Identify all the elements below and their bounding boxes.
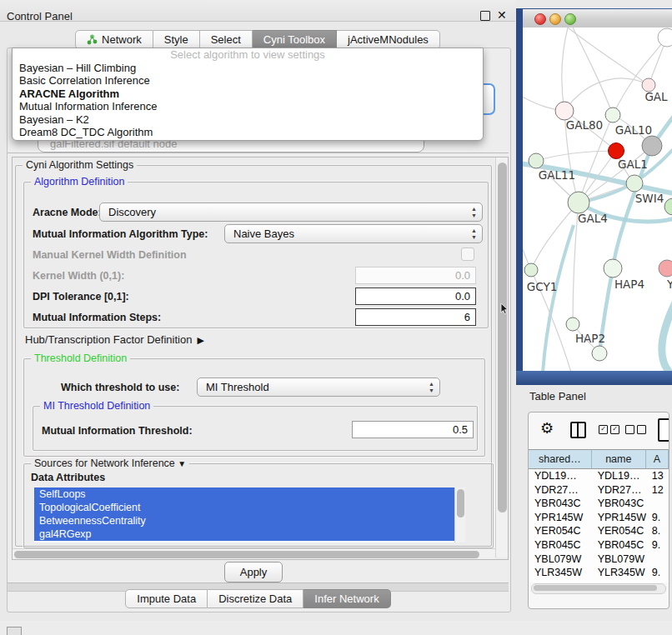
table-row[interactable]: YBR043CYBR043C xyxy=(529,497,669,511)
table-row[interactable]: YIL052CYIL052C9 xyxy=(529,580,669,582)
which-threshold-label: Which threshold to use: xyxy=(61,382,179,393)
mi-type-value: Naive Bayes xyxy=(233,228,294,240)
attribute-item[interactable]: gal4RGexp xyxy=(34,528,464,541)
checked-box-icon: ✓ xyxy=(599,425,608,434)
network-edge xyxy=(564,78,649,111)
table-cell: YDR27… xyxy=(592,483,646,498)
float-window-icon[interactable] xyxy=(480,11,490,21)
algorithm-option[interactable]: Dream8 DC_TDC Algorithm xyxy=(13,126,483,138)
table-body: YDL19…YDL19…13YDR27…YDR27…12YBR043CYBR04… xyxy=(529,469,669,582)
network-node[interactable] xyxy=(568,192,589,213)
tab-network[interactable]: Network xyxy=(75,30,153,49)
network-node-label: GAL1 xyxy=(618,158,648,171)
network-node[interactable] xyxy=(658,28,672,47)
table-row[interactable]: YPR145WYPR145W9. xyxy=(529,511,669,525)
network-node[interactable] xyxy=(592,346,607,361)
table-row[interactable]: YLR345WYLR345W9. xyxy=(529,566,669,580)
network-node[interactable] xyxy=(555,102,574,120)
table-row[interactable]: YBL079WYBL079W xyxy=(529,552,669,567)
algorithm-option[interactable]: Bayesian – Hill Climbing xyxy=(13,62,483,74)
settings-hscrollbar[interactable] xyxy=(13,548,495,559)
attributes-scrollbar-thumb[interactable] xyxy=(457,489,464,518)
tab-label: Select xyxy=(211,33,241,46)
export-table-icon[interactable] xyxy=(658,418,669,442)
which-threshold-combo[interactable]: MI Threshold ▲▼ xyxy=(197,378,440,397)
column-header[interactable]: A xyxy=(646,449,669,469)
column-header[interactable]: name xyxy=(592,449,646,469)
network-canvas[interactable]: GALGAL80GAL10GAL1GAL11SWI4GAL4GCY1HAP4YH… xyxy=(523,28,672,371)
tab-discretize-data[interactable]: Discretize Data xyxy=(208,589,303,608)
manual-kernel-checkbox[interactable] xyxy=(461,248,474,261)
network-node[interactable] xyxy=(609,143,624,159)
settings-vscrollbar[interactable] xyxy=(495,158,508,558)
network-node[interactable] xyxy=(524,263,538,277)
settings-vscrollbar-thumb[interactable] xyxy=(498,162,507,512)
apply-button[interactable]: Apply xyxy=(224,562,283,582)
expand-right-icon: ▶ xyxy=(197,335,203,346)
select-all-columns-icon[interactable]: ✓ ✓ xyxy=(599,425,619,434)
tab-style[interactable]: Style xyxy=(153,30,200,49)
threshold-definition-group: Threshold Definition Which threshold to … xyxy=(23,358,485,457)
kernel-width-field[interactable]: 0.0 xyxy=(355,267,476,284)
network-window-titlebar[interactable] xyxy=(523,9,672,28)
minimize-window-icon[interactable] xyxy=(549,13,561,25)
algorithm-option[interactable]: Mutual Information Inference xyxy=(13,100,483,112)
tab-label: jActiveMNodules xyxy=(348,33,429,46)
dpi-tolerance-field[interactable]: 0.0 xyxy=(355,288,476,305)
table-cell: 13 xyxy=(646,469,669,483)
unchecked-box-icon xyxy=(625,425,634,434)
hub-definition-toggle[interactable]: Hub/Transcription Factor Definition▶ xyxy=(25,333,204,346)
tab-jactivemnodules[interactable]: jActiveMNodules xyxy=(337,30,440,49)
algorithm-option[interactable]: Bayesian – K2 xyxy=(13,113,483,126)
network-node[interactable] xyxy=(566,318,579,331)
section-divider xyxy=(8,152,509,153)
table-cell: YBR043C xyxy=(529,497,592,511)
attribute-item[interactable]: BetweennessCentrality xyxy=(34,514,464,528)
network-node[interactable] xyxy=(605,108,620,122)
network-node[interactable] xyxy=(529,153,544,168)
network-edge xyxy=(536,151,616,161)
tab-cyni-toolbox[interactable]: Cyni Toolbox xyxy=(253,30,337,49)
network-node[interactable] xyxy=(604,259,622,278)
columns-icon[interactable] xyxy=(570,422,586,438)
mi-type-combo[interactable]: Naive Bayes ▲▼ xyxy=(224,224,483,243)
network-node[interactable] xyxy=(626,175,643,192)
sources-title: Sources for Network Inference xyxy=(34,458,175,469)
data-attributes-list: SelfLoopsTopologicalCoefficientBetweenne… xyxy=(34,488,464,542)
table-cell: 9 xyxy=(646,580,669,582)
table-hscrollbar[interactable] xyxy=(531,583,666,594)
table-cell: 12 xyxy=(646,483,669,498)
tab-impute-data[interactable]: Impute Data xyxy=(125,589,208,608)
table-hscrollbar-thumb[interactable] xyxy=(534,585,657,591)
app-root: Control Panel ✕ NetworkStyleSelectCyni T… xyxy=(0,0,672,635)
mi-threshold-field[interactable]: 0.5 xyxy=(352,421,474,438)
deselect-all-columns-icon[interactable] xyxy=(625,425,646,434)
tab-infer-network[interactable]: Infer Network xyxy=(303,589,390,608)
sources-toggle[interactable]: Sources for Network Inference ▼ xyxy=(31,458,189,469)
algorithm-option[interactable]: ARACNE Algorithm xyxy=(13,88,483,100)
aracne-mode-combo[interactable]: Discovery ▲▼ xyxy=(99,202,483,222)
table-row[interactable]: YDR27…YDR27…12 xyxy=(529,483,669,498)
close-icon[interactable]: ✕ xyxy=(497,8,507,22)
data-attributes-label: Data Attributes xyxy=(31,472,105,483)
mi-steps-field[interactable]: 6 xyxy=(355,308,476,326)
zoom-window-icon[interactable] xyxy=(564,13,576,25)
attribute-item[interactable]: TopologicalCoefficient xyxy=(34,501,464,514)
network-node[interactable] xyxy=(664,198,672,215)
aracne-mode-value: Discovery xyxy=(108,206,156,218)
table-row[interactable]: YDL19…YDL19…13 xyxy=(529,469,669,483)
close-window-icon[interactable] xyxy=(534,13,546,25)
tab-select[interactable]: Select xyxy=(200,30,253,49)
network-node[interactable] xyxy=(642,136,662,156)
network-node[interactable] xyxy=(659,260,672,277)
table-row[interactable]: YER054CYER054C8. xyxy=(529,524,669,538)
minimized-panel-icon[interactable] xyxy=(7,627,22,635)
column-header[interactable]: shared… xyxy=(529,449,592,469)
algorithm-option[interactable]: Basic Correlation Inference xyxy=(13,74,483,87)
gear-icon[interactable]: ⚙ xyxy=(540,419,554,438)
attribute-item[interactable]: SelfLoops xyxy=(34,488,464,501)
attributes-scrollbar[interactable] xyxy=(454,488,465,542)
settings-hscrollbar-thumb[interactable] xyxy=(14,551,479,558)
table-row[interactable]: YBR045CYBR045C9. xyxy=(529,538,669,552)
network-node-label: GAL11 xyxy=(539,168,575,182)
